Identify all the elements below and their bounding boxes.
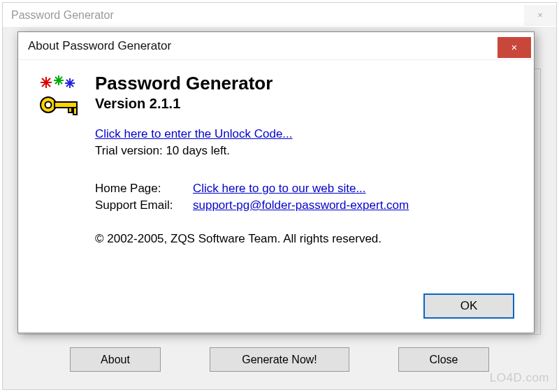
homepage-row: Home Page: Click here to go to our web s… [95,182,514,196]
svg-rect-16 [73,108,77,115]
svg-rect-14 [55,102,77,108]
info-group: Home Page: Click here to go to our web s… [95,182,514,212]
about-button[interactable]: About [70,347,161,372]
ok-button[interactable]: OK [423,293,514,319]
svg-rect-15 [68,108,72,112]
homepage-link[interactable]: Click here to go to our web site... [193,182,366,196]
main-buttons-row: About Generate Now! Close [3,347,556,377]
close-button[interactable]: Close [398,347,489,372]
main-close-button[interactable]: × [524,5,556,26]
support-email-label: Support Email: [95,198,193,212]
unlock-code-link[interactable]: Click here to enter the Unlock Code... [95,127,293,141]
version-label: Version 2.1.1 [95,96,514,112]
support-row: Support Email: support-pg@folder-passwor… [95,198,514,212]
dialog-header: Password Generator Version 2.1.1 Click h… [38,74,514,246]
main-window-title: Password Generator [11,9,114,22]
dialog-buttons: OK [423,293,514,319]
support-email-link[interactable]: support-pg@folder-password-expert.com [193,198,409,212]
close-icon: × [511,41,518,53]
app-icon [38,74,82,119]
dialog-close-button[interactable]: × [498,37,531,58]
main-titlebar: Password Generator × [3,3,556,28]
about-dialog: About Password Generator × [17,31,535,333]
copyright-text: © 2002-2005, ZQS Software Team. All righ… [95,232,514,246]
trial-status: Trial version: 10 days left. [95,144,514,158]
dialog-content: Password Generator Version 2.1.1 Click h… [95,74,514,246]
svg-point-13 [45,102,52,108]
dialog-body: Password Generator Version 2.1.1 Click h… [18,60,534,333]
close-icon: × [537,10,543,20]
dialog-titlebar: About Password Generator × [18,32,534,60]
homepage-label: Home Page: [95,182,193,196]
dialog-title: About Password Generator [28,39,171,53]
generate-button[interactable]: Generate Now! [210,347,349,372]
app-name: Password Generator [95,73,514,94]
